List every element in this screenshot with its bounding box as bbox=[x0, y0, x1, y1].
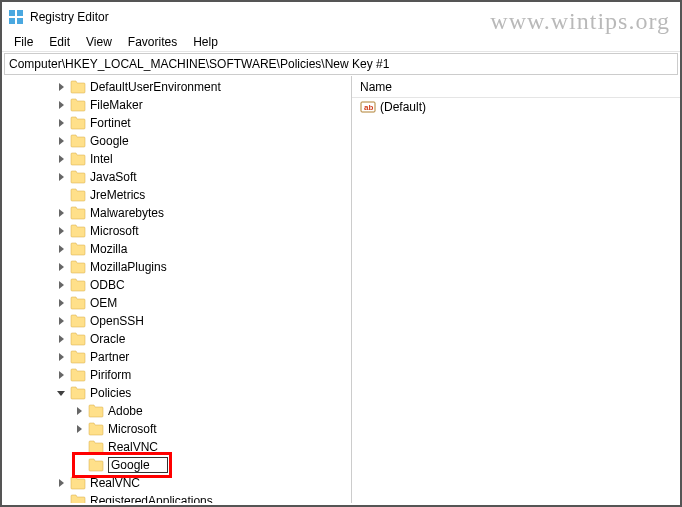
tree-item-label: Piriform bbox=[90, 368, 131, 382]
tree-item-label: JavaSoft bbox=[90, 170, 137, 184]
tree-item-label: ODBC bbox=[90, 278, 125, 292]
folder-icon bbox=[70, 80, 86, 94]
chevron-right-icon[interactable] bbox=[54, 98, 68, 112]
folder-icon bbox=[70, 134, 86, 148]
values-pane[interactable]: Name ab (Default) bbox=[352, 76, 680, 503]
menu-edit[interactable]: Edit bbox=[41, 33, 78, 51]
folder-icon bbox=[70, 350, 86, 364]
tree-item-partner[interactable]: Partner bbox=[2, 348, 351, 366]
folder-icon bbox=[70, 332, 86, 346]
tree-item-openssh[interactable]: OpenSSH bbox=[2, 312, 351, 330]
chevron-right-icon[interactable] bbox=[54, 278, 68, 292]
chevron-down-icon[interactable] bbox=[54, 386, 68, 400]
tree-item-microsoft[interactable]: Microsoft bbox=[2, 222, 351, 240]
tree-item-malwarebytes[interactable]: Malwarebytes bbox=[2, 204, 351, 222]
folder-icon bbox=[70, 494, 86, 503]
tree-item-label: MozillaPlugins bbox=[90, 260, 167, 274]
address-bar[interactable]: Computer\HKEY_LOCAL_MACHINE\SOFTWARE\Pol… bbox=[4, 53, 678, 75]
tree-item-google[interactable]: Google bbox=[2, 132, 351, 150]
folder-icon bbox=[70, 188, 86, 202]
folder-icon bbox=[88, 458, 104, 472]
folder-icon bbox=[70, 98, 86, 112]
menu-file[interactable]: File bbox=[6, 33, 41, 51]
folder-icon bbox=[70, 296, 86, 310]
folder-icon bbox=[70, 368, 86, 382]
menu-favorites[interactable]: Favorites bbox=[120, 33, 185, 51]
menu-help[interactable]: Help bbox=[185, 33, 226, 51]
tree-item-mozilla[interactable]: Mozilla bbox=[2, 240, 351, 258]
chevron-right-icon[interactable] bbox=[54, 152, 68, 166]
svg-rect-2 bbox=[9, 18, 15, 24]
tree-item-label: Intel bbox=[90, 152, 113, 166]
folder-icon bbox=[70, 278, 86, 292]
tree-item-filemaker[interactable]: FileMaker bbox=[2, 96, 351, 114]
tree-item-edit-input[interactable]: Google bbox=[108, 457, 168, 473]
value-default-label: (Default) bbox=[380, 100, 426, 114]
column-name[interactable]: Name bbox=[360, 80, 560, 94]
tree-item-registeredapplications[interactable]: RegisteredApplications bbox=[2, 492, 351, 503]
folder-icon bbox=[88, 440, 104, 454]
folder-icon bbox=[70, 224, 86, 238]
tree-item-label: Oracle bbox=[90, 332, 125, 346]
folder-icon bbox=[88, 422, 104, 436]
tree-item-label: Partner bbox=[90, 350, 129, 364]
tree-item-fortinet[interactable]: Fortinet bbox=[2, 114, 351, 132]
chevron-right-icon[interactable] bbox=[54, 332, 68, 346]
tree-item-realvnc[interactable]: RealVNC bbox=[2, 474, 351, 492]
tree-item-adobe[interactable]: Adobe bbox=[2, 402, 351, 420]
tree-item-oem[interactable]: OEM bbox=[2, 294, 351, 312]
chevron-right-icon[interactable] bbox=[72, 404, 86, 418]
tree-item-label: DefaultUserEnvironment bbox=[90, 80, 221, 94]
tree-item-mozillaplugins[interactable]: MozillaPlugins bbox=[2, 258, 351, 276]
tree-item-label: OEM bbox=[90, 296, 117, 310]
chevron-right-icon[interactable] bbox=[54, 368, 68, 382]
tree-pane[interactable]: DefaultUserEnvironmentFileMakerFortinetG… bbox=[2, 76, 352, 503]
tree-item-defaultuserenvironment[interactable]: DefaultUserEnvironment bbox=[2, 78, 351, 96]
tree-item-odbc[interactable]: ODBC bbox=[2, 276, 351, 294]
tree-item-policies[interactable]: Policies bbox=[2, 384, 351, 402]
tree-item-label: RealVNC bbox=[90, 476, 140, 490]
tree-item-label: Google bbox=[90, 134, 129, 148]
tree-item-label: RealVNC bbox=[108, 440, 158, 454]
chevron-right-icon[interactable] bbox=[54, 134, 68, 148]
tree-item-javasoft[interactable]: JavaSoft bbox=[2, 168, 351, 186]
svg-rect-3 bbox=[17, 18, 23, 24]
chevron-right-icon[interactable] bbox=[54, 206, 68, 220]
value-row-default[interactable]: ab (Default) bbox=[352, 98, 680, 116]
chevron-right-icon[interactable] bbox=[54, 260, 68, 274]
tree-item-label: Fortinet bbox=[90, 116, 131, 130]
tree-item-realvnc[interactable]: RealVNC bbox=[2, 438, 351, 456]
regedit-icon bbox=[8, 9, 24, 25]
folder-icon bbox=[70, 170, 86, 184]
tree-item-label: JreMetrics bbox=[90, 188, 145, 202]
chevron-right-icon[interactable] bbox=[54, 242, 68, 256]
chevron-right-icon[interactable] bbox=[54, 224, 68, 238]
chevron-right-icon[interactable] bbox=[54, 314, 68, 328]
tree-item-oracle[interactable]: Oracle bbox=[2, 330, 351, 348]
values-header: Name bbox=[352, 76, 680, 98]
tree-item-google[interactable]: Google bbox=[2, 456, 351, 474]
tree-item-microsoft[interactable]: Microsoft bbox=[2, 420, 351, 438]
svg-rect-1 bbox=[17, 10, 23, 16]
chevron-right-icon[interactable] bbox=[54, 476, 68, 490]
chevron-right-icon[interactable] bbox=[54, 296, 68, 310]
tree-item-label: Microsoft bbox=[108, 422, 157, 436]
chevron-right-icon[interactable] bbox=[72, 422, 86, 436]
address-text: Computer\HKEY_LOCAL_MACHINE\SOFTWARE\Pol… bbox=[9, 57, 389, 71]
window-title: Registry Editor bbox=[30, 10, 109, 24]
folder-icon bbox=[70, 116, 86, 130]
tree-item-piriform[interactable]: Piriform bbox=[2, 366, 351, 384]
menu-view[interactable]: View bbox=[78, 33, 120, 51]
tree-item-label: Malwarebytes bbox=[90, 206, 164, 220]
tree-item-intel[interactable]: Intel bbox=[2, 150, 351, 168]
tree-item-label: FileMaker bbox=[90, 98, 143, 112]
chevron-right-icon[interactable] bbox=[54, 350, 68, 364]
chevron-right-icon[interactable] bbox=[54, 80, 68, 94]
chevron-right-icon[interactable] bbox=[54, 116, 68, 130]
tree-item-label: Microsoft bbox=[90, 224, 139, 238]
svg-text:ab: ab bbox=[364, 103, 373, 112]
chevron-right-icon[interactable] bbox=[54, 170, 68, 184]
tree-item-jremetrics[interactable]: JreMetrics bbox=[2, 186, 351, 204]
tree-item-label: RegisteredApplications bbox=[90, 494, 213, 503]
folder-icon bbox=[70, 206, 86, 220]
